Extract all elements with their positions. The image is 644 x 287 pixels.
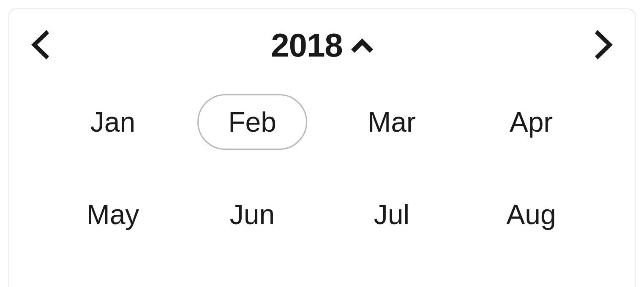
svg-marker-2 [595,30,613,60]
month-label: May [57,188,169,241]
month-jan[interactable]: Jan [43,94,183,150]
month-dec[interactable]: Dec [461,279,601,287]
year-label: 2018 [271,26,343,65]
svg-marker-1 [351,38,373,53]
month-label: Feb [197,94,307,150]
chevron-up-icon [351,38,373,53]
month-picker-header: 2018 [30,26,614,65]
month-aug[interactable]: Aug [461,188,601,241]
month-apr[interactable]: Apr [461,94,601,150]
year-toggle-button[interactable]: 2018 [271,26,373,65]
month-label: Nov [337,279,446,287]
month-label: Jan [61,95,165,149]
month-label: Oct [201,279,304,287]
month-label: Dec [477,279,585,287]
month-feb[interactable]: Feb [183,94,322,150]
month-label: Apr [480,95,583,149]
month-label: Jul [344,188,439,241]
month-jun[interactable]: Jun [183,188,322,241]
month-label: Mar [338,95,445,149]
next-year-button[interactable] [595,30,614,61]
months-grid: Jan Feb Mar Apr May Jun Jul Aug Sep Oct [30,94,614,287]
month-jul[interactable]: Jul [322,188,461,241]
month-may[interactable]: May [43,188,183,241]
month-mar[interactable]: Mar [322,94,461,150]
month-picker-panel: 2018 Jan Feb Mar Apr [8,8,636,287]
svg-marker-0 [31,30,49,60]
chevron-right-icon [595,30,614,61]
month-oct[interactable]: Oct [183,279,322,287]
month-label: Jun [200,188,304,241]
month-nov[interactable]: Nov [322,279,461,287]
previous-year-button[interactable] [30,30,49,61]
month-sep[interactable]: Sep [43,279,183,287]
chevron-left-icon [30,30,49,61]
month-label: Sep [58,279,167,287]
month-label: Aug [477,188,585,241]
